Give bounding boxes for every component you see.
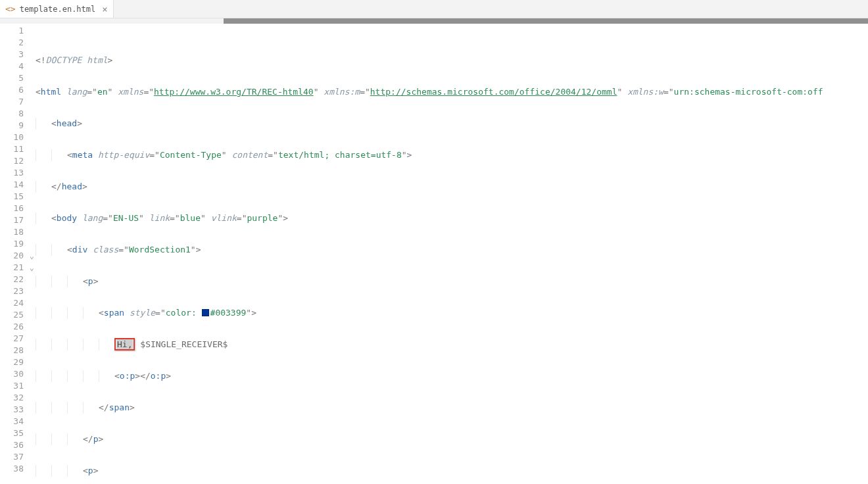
html-file-icon: <> <box>5 4 16 14</box>
editor-tab[interactable]: <> template.en.html × <box>0 0 114 18</box>
tab-bar: <> template.en.html × <box>0 0 868 18</box>
close-icon[interactable]: × <box>99 4 107 14</box>
tab-filename: template.en.html <box>20 5 96 14</box>
